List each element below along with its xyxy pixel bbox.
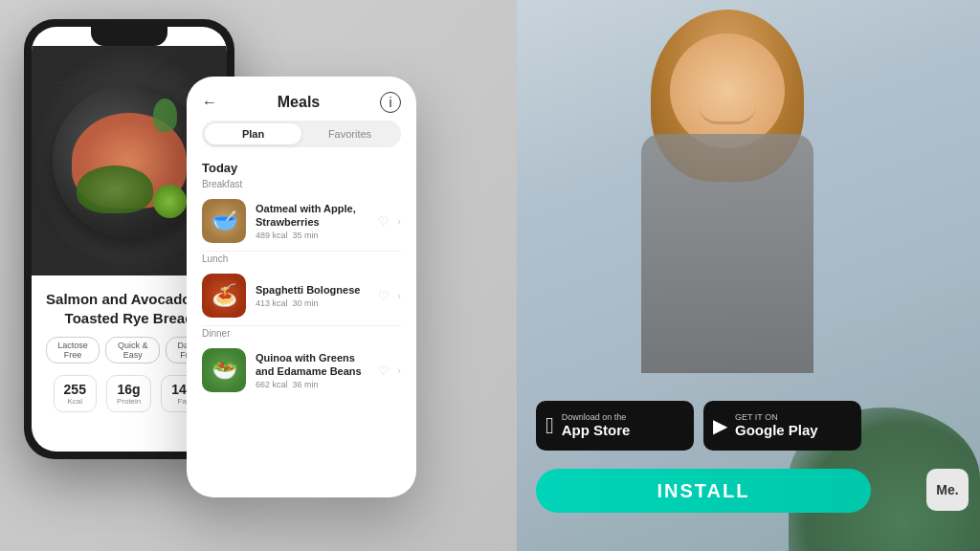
me-badge-label: Me. xyxy=(936,482,958,497)
tag-quick: Quick & Easy xyxy=(105,337,160,364)
plate xyxy=(53,84,206,237)
left-panel: ← ♡ Salmon and Avocado on Toasted Rye Br… xyxy=(0,0,517,551)
google-play-icon: ▶ xyxy=(713,414,727,437)
meal-arrow-oatmeal[interactable]: › xyxy=(397,215,401,227)
meal-meta-quinoa: 662 kcal 36 min xyxy=(256,380,368,389)
phone-notch xyxy=(91,27,167,46)
meal-item-spaghetti[interactable]: 🍝 Spaghetti Bolognese 413 kcal 30 min ♡ … xyxy=(187,266,416,325)
app-store-text: Download on the App Store xyxy=(562,412,631,440)
meal-actions-spaghetti: ♡ › xyxy=(378,289,401,303)
stat-protein: 16g Protein xyxy=(106,375,151,412)
meal-image-oatmeal: 🥣 xyxy=(202,199,246,243)
meal-arrow-quinoa[interactable]: › xyxy=(397,364,401,376)
woman-face xyxy=(670,33,785,148)
meal-info-spaghetti: Spaghetti Bolognese 413 kcal 30 min xyxy=(256,283,368,308)
woman-torso xyxy=(641,134,813,373)
bowl-icon: 🥣 xyxy=(202,199,246,243)
pasta-icon: 🍝 xyxy=(202,274,246,318)
app-store-label-large: App Store xyxy=(562,422,631,439)
meal-name-oatmeal: Oatmeal with Apple,Strawberries xyxy=(256,202,368,230)
meal-heart-oatmeal[interactable]: ♡ xyxy=(378,214,390,229)
meal-item-quinoa[interactable]: 🥗 Quinoa with Greensand Edamame Beans 66… xyxy=(187,341,416,400)
stat-kcal: 255 Kcal xyxy=(54,375,97,412)
meal-heart-quinoa[interactable]: ♡ xyxy=(378,364,390,378)
meals-back-icon[interactable]: ← xyxy=(202,94,217,111)
meal-image-spaghetti: 🍝 xyxy=(202,274,246,318)
me-badge[interactable]: Me. xyxy=(926,469,969,511)
install-button[interactable]: INSTALL xyxy=(536,469,871,513)
google-play-label-large: Google Play xyxy=(735,422,818,439)
stat-kcal-val: 255 xyxy=(64,382,86,397)
meals-header: ← Meals i xyxy=(187,77,416,121)
meal-info-oatmeal: Oatmeal with Apple,Strawberries 489 kcal… xyxy=(256,202,368,241)
apple-icon:  xyxy=(546,412,554,439)
garnish-decoration xyxy=(153,99,177,132)
tab-plan[interactable]: Plan xyxy=(205,123,301,144)
back-arrow-icon[interactable]: ← xyxy=(51,73,68,93)
stat-protein-label: Protein xyxy=(117,397,141,406)
avocado-decoration xyxy=(77,165,153,213)
tag-lactose: Lactose Free xyxy=(46,337,100,364)
app-store-button[interactable]:  Download on the App Store xyxy=(536,401,694,451)
meal-item-oatmeal[interactable]: 🥣 Oatmeal with Apple,Strawberries 489 kc… xyxy=(187,191,416,251)
info-icon[interactable]: i xyxy=(380,92,401,113)
meal-actions-oatmeal: ♡ › xyxy=(378,214,401,229)
meal-name-quinoa: Quinoa with Greensand Edamame Beans xyxy=(256,351,368,379)
tab-bar: Plan Favorites xyxy=(202,121,401,147)
meals-title: Meals xyxy=(217,94,380,111)
stat-protein-val: 16g xyxy=(117,382,141,397)
google-play-text: GET IT ON Google Play xyxy=(735,412,818,440)
salad-icon: 🥗 xyxy=(202,348,246,392)
install-button-label: INSTALL xyxy=(657,480,750,502)
meal-meta-oatmeal: 489 kcal 35 min xyxy=(256,231,368,240)
meal-name-spaghetti: Spaghetti Bolognese xyxy=(256,283,368,297)
section-today: Today xyxy=(187,157,416,177)
category-breakfast: Breakfast xyxy=(187,177,416,191)
meal-info-quinoa: Quinoa with Greensand Edamame Beans 662 … xyxy=(256,351,368,390)
store-buttons-container:  Download on the App Store ▶ GET IT ON … xyxy=(536,401,861,451)
app-store-label-small: Download on the xyxy=(562,412,631,423)
meal-actions-quinoa: ♡ › xyxy=(378,364,401,378)
phone-front: ← Meals i Plan Favorites Today Breakfast… xyxy=(187,77,416,497)
category-lunch: Lunch xyxy=(187,252,416,266)
meal-image-quinoa: 🥗 xyxy=(202,348,246,392)
lime-decoration xyxy=(153,185,187,218)
meal-heart-spaghetti[interactable]: ♡ xyxy=(378,289,390,303)
google-play-button[interactable]: ▶ GET IT ON Google Play xyxy=(703,401,861,451)
stat-kcal-label: Kcal xyxy=(64,397,86,406)
meal-meta-spaghetti: 413 kcal 30 min xyxy=(256,298,368,308)
google-play-label-small: GET IT ON xyxy=(735,412,818,423)
woman-figure xyxy=(593,10,861,440)
right-panel:  Download on the App Store ▶ GET IT ON … xyxy=(517,0,980,551)
tab-favorites[interactable]: Favorites xyxy=(301,123,398,144)
meal-arrow-spaghetti[interactable]: › xyxy=(397,290,401,301)
category-dinner: Dinner xyxy=(187,326,416,341)
